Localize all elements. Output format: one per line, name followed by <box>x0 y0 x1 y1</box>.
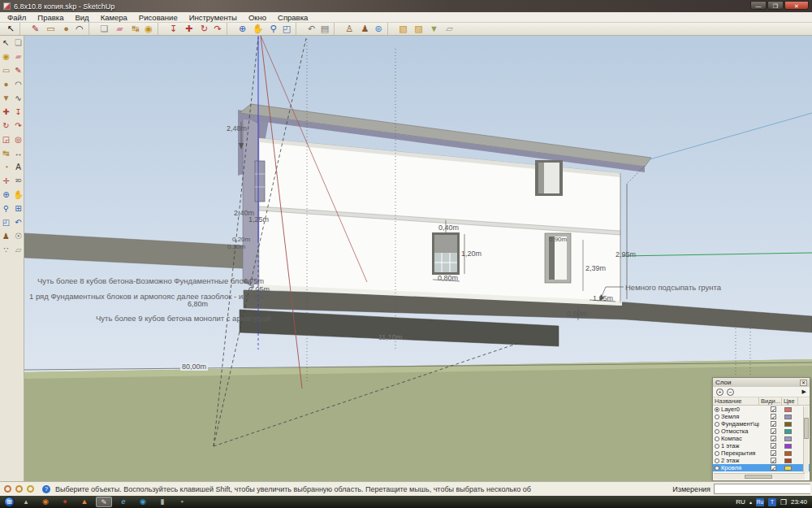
arc-tool-icon[interactable]: ◠ <box>74 23 89 35</box>
layer-color-swatch[interactable] <box>784 415 792 419</box>
photo-textures-icon[interactable]: ▨ <box>411 23 426 35</box>
layers-panel-title-bar[interactable]: Слои ✕ <box>713 378 810 387</box>
tray-badge-t[interactable]: T <box>768 498 776 506</box>
layer-radio[interactable] <box>715 429 719 434</box>
push-pull-tool[interactable]: ↧ <box>12 105 24 119</box>
folder-icon[interactable]: ▮ <box>154 497 171 507</box>
layer-radio[interactable] <box>715 444 719 449</box>
rectangle-tool[interactable]: ▭ <box>0 63 12 77</box>
remove-layer-button[interactable]: − <box>727 389 734 396</box>
line-tool-icon[interactable]: ✎ <box>28 23 43 35</box>
visibility-checkbox[interactable]: ✓ <box>771 443 776 449</box>
visibility-checkbox[interactable]: ✓ <box>771 406 776 412</box>
title-bar[interactable]: 6.8x10.8 копия.skp - SketchUp — ❐ ✕ <box>0 0 812 12</box>
layer-radio[interactable] <box>715 436 719 441</box>
menu-camera[interactable]: Камера <box>95 12 133 23</box>
section-plane-icon[interactable]: ▱ <box>442 23 457 35</box>
layers-horizontal-scrollbar[interactable] <box>714 473 805 480</box>
visibility-checkbox[interactable]: ✓ <box>771 436 776 441</box>
sketchup-taskbar-icon[interactable]: ✎ <box>96 497 112 507</box>
show-desktop-icon[interactable]: ❐ <box>780 498 787 506</box>
walk-tool-icon[interactable]: ♙ <box>342 23 357 35</box>
google-earth-icon[interactable]: ⊚ <box>373 23 388 35</box>
close-button[interactable]: ✕ <box>784 1 809 10</box>
updates-icon[interactable]: ▴ <box>18 497 34 507</box>
layer-row[interactable]: 1 этаж✓ <box>713 442 810 449</box>
layer-color-swatch[interactable] <box>784 458 792 463</box>
minimize-button[interactable]: — <box>750 1 767 10</box>
zoom-window-tool[interactable]: ⊞ <box>12 202 24 215</box>
layer-radio[interactable] <box>715 422 719 427</box>
walk-tool[interactable]: ∵ <box>0 243 12 257</box>
layer-color-swatch[interactable] <box>784 436 792 441</box>
layer-row[interactable]: Компас✓ <box>713 435 810 442</box>
rotate-tool[interactable]: ↻ <box>0 119 12 132</box>
layer-row[interactable]: Земля✓ <box>713 413 810 420</box>
layers-menu-icon[interactable]: ▶ <box>802 389 806 395</box>
freehand-tool[interactable]: ∿ <box>12 91 24 105</box>
help-icon[interactable]: ? <box>42 485 50 493</box>
rotate-tool-icon[interactable]: ↻ <box>197 23 212 35</box>
column-color[interactable]: Цве <box>782 397 798 405</box>
menu-help[interactable]: Справка <box>272 12 313 23</box>
status-circle-icon[interactable] <box>15 485 23 493</box>
push-pull-icon[interactable]: ↧ <box>166 23 181 35</box>
column-name[interactable]: Название <box>713 397 759 405</box>
layer-radio[interactable] <box>715 451 719 456</box>
messenger-icon[interactable]: ◉ <box>135 497 151 507</box>
tray-expand-icon[interactable]: ▴ <box>749 499 752 505</box>
previous-view-tool[interactable]: ↶ <box>12 215 24 229</box>
pan-tool-icon[interactable]: ✋ <box>250 23 266 35</box>
layer-radio[interactable] <box>715 407 719 412</box>
layer-color-swatch[interactable] <box>784 429 792 434</box>
media-player-icon[interactable]: ● <box>57 497 73 507</box>
layer-radio[interactable] <box>715 458 719 463</box>
zoom-tool-icon[interactable]: ⚲ <box>266 23 281 35</box>
internet-explorer-icon[interactable]: e <box>115 497 132 507</box>
menu-file[interactable]: Файл <box>2 12 32 23</box>
circle-tool[interactable]: ● <box>0 77 12 91</box>
paint-bucket-tool[interactable]: ◉ <box>0 50 12 63</box>
menu-tools[interactable]: Инструменты <box>184 12 243 23</box>
visibility-checkbox[interactable]: ✓ <box>771 421 776 427</box>
layer-color-swatch[interactable] <box>784 422 792 427</box>
firefox-icon[interactable]: ◉ <box>37 497 54 507</box>
3d-text-tool[interactable]: 3D <box>12 174 24 188</box>
protractor-tool[interactable]: ◔ <box>0 160 12 174</box>
tape-measure-icon[interactable]: ↹ <box>127 23 143 35</box>
line-tool[interactable]: ✎ <box>12 63 24 77</box>
select-tool[interactable]: ↖ <box>0 36 12 50</box>
zoom-tool[interactable]: ⚲ <box>0 202 12 215</box>
layer-row[interactable]: Layer0✓ <box>713 406 810 413</box>
layer-row[interactable]: 2 этаж✓ <box>713 457 810 464</box>
scale-tool[interactable]: ◲ <box>0 132 12 146</box>
text-tool[interactable]: A <box>12 160 24 174</box>
standard-views-icon[interactable]: ▤ <box>319 23 335 35</box>
get-models-icon[interactable]: ▼ <box>426 23 442 35</box>
add-layer-button[interactable]: + <box>716 389 723 396</box>
menu-draw[interactable]: Рисование <box>133 12 184 23</box>
layers-vertical-scrollbar[interactable] <box>803 406 809 473</box>
menu-edit[interactable]: Правка <box>32 12 69 23</box>
visibility-checkbox[interactable]: ✓ <box>771 414 776 419</box>
zoom-extents-tool[interactable]: ◰ <box>0 215 12 229</box>
paint-bucket-icon[interactable]: ◉ <box>143 23 158 35</box>
eraser-tool-icon[interactable]: ▰ <box>112 23 127 35</box>
select-tool-icon[interactable]: ↖ <box>5 23 20 35</box>
clock[interactable]: 23:40 <box>791 498 807 506</box>
orbit-tool[interactable]: ⊕ <box>0 188 12 202</box>
visibility-checkbox[interactable]: ✓ <box>771 450 776 456</box>
circle-tool-icon[interactable]: ● <box>58 23 74 35</box>
layer-radio[interactable] <box>715 415 719 419</box>
tape-measure-tool[interactable]: ↹ <box>0 146 12 160</box>
layer-row[interactable]: Фундамент\цоколь✓ <box>713 420 810 428</box>
section-plane-tool[interactable]: ▱ <box>12 243 24 257</box>
pan-tool[interactable]: ✋ <box>12 188 24 202</box>
layer-radio[interactable] <box>715 466 719 471</box>
move-tool-icon[interactable]: ✚ <box>181 23 197 35</box>
look-around-tool[interactable]: ☉ <box>12 229 24 243</box>
layer-color-swatch[interactable] <box>784 444 792 449</box>
make-component-tool[interactable]: ❏ <box>12 36 24 50</box>
layer-color-swatch[interactable] <box>784 407 792 412</box>
axes-tool[interactable]: ✛ <box>0 174 12 188</box>
